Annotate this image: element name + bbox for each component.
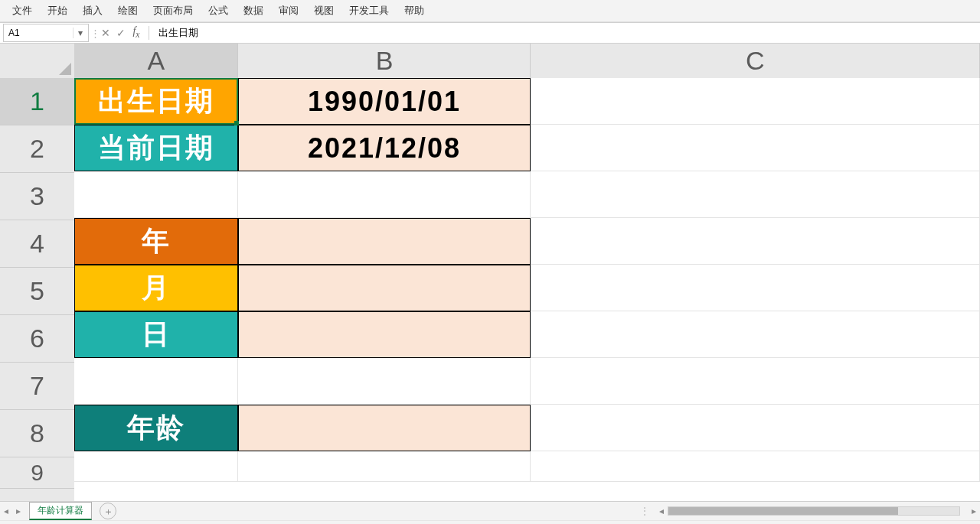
sheet-tab-bar: ◂ ▸ 年龄计算器 ＋ ⋮ ◂ ▸ — [0, 501, 980, 520]
hscroll-track[interactable] — [668, 506, 960, 516]
col-header-A[interactable]: A — [74, 44, 238, 78]
row-header-7[interactable]: 7 — [0, 363, 74, 410]
cell-B8[interactable] — [238, 405, 531, 451]
row-headers: 1 2 3 4 5 6 7 8 9 — [0, 78, 75, 501]
menu-review[interactable]: 审阅 — [271, 2, 306, 20]
menubar: 文件 开始 插入 绘图 页面布局 公式 数据 审阅 视图 开发工具 帮助 — [0, 0, 980, 22]
cell-B2[interactable]: 2021/12/08 — [238, 125, 531, 171]
menu-home[interactable]: 开始 — [40, 2, 75, 20]
cell-A2[interactable]: 当前日期 — [74, 125, 238, 171]
menu-insert[interactable]: 插入 — [75, 2, 110, 20]
cell-B6[interactable] — [238, 311, 531, 358]
cell-C3[interactable] — [531, 171, 980, 218]
row-header-3[interactable]: 3 — [0, 173, 74, 220]
cell-C2[interactable] — [531, 125, 980, 171]
add-sheet-button[interactable]: ＋ — [100, 503, 116, 519]
fx-icon[interactable]: fx — [129, 24, 144, 42]
cell-A6[interactable]: 日 — [74, 311, 238, 358]
status-strip — [0, 520, 980, 524]
name-box-input[interactable] — [4, 28, 73, 38]
cell-B3[interactable] — [238, 171, 531, 218]
cell-A1[interactable]: 出生日期 — [74, 78, 238, 125]
cell-A3[interactable] — [74, 171, 238, 218]
row-header-8[interactable]: 8 — [0, 410, 74, 457]
cell-B1[interactable]: 1990/01/01 — [238, 78, 531, 125]
menu-pagelayout[interactable]: 页面布局 — [145, 2, 201, 20]
cells: 出生日期 1990/01/01 当前日期 2021/12/08 年 月 — [74, 78, 980, 501]
hscroll-thumb[interactable] — [668, 507, 898, 515]
spreadsheet-grid: A B C 1 2 3 4 5 6 7 8 9 出生日期 1990/01/01 … — [0, 44, 980, 501]
cell-A7[interactable] — [74, 358, 238, 405]
formula-bar: ▾ ⋮ ✕ ✓ fx — [0, 22, 980, 44]
divider — [149, 26, 149, 40]
row-header-1[interactable]: 1 — [0, 78, 74, 125]
cell-C5[interactable] — [531, 265, 980, 311]
hscroll-left-icon[interactable]: ◂ — [655, 506, 668, 516]
cell-A4[interactable]: 年 — [74, 218, 238, 265]
col-header-C[interactable]: C — [531, 44, 980, 78]
hscroll-right-icon[interactable]: ▸ — [968, 506, 980, 516]
cell-A5[interactable]: 月 — [74, 265, 238, 311]
row-header-5[interactable]: 5 — [0, 268, 74, 315]
cell-B5[interactable] — [238, 265, 531, 311]
cell-C1[interactable] — [531, 78, 980, 125]
cell-B4[interactable] — [238, 218, 531, 265]
cancel-icon[interactable]: ✕ — [98, 26, 113, 40]
cell-C9[interactable] — [531, 451, 980, 482]
confirm-icon[interactable]: ✓ — [113, 26, 129, 40]
row-header-9[interactable]: 9 — [0, 457, 74, 489]
menu-formulas[interactable]: 公式 — [201, 2, 236, 20]
separator: ⋮ — [89, 28, 98, 39]
name-box[interactable]: ▾ — [3, 24, 89, 42]
col-header-B[interactable]: B — [238, 44, 531, 78]
sheet-nav-next-icon[interactable]: ▸ — [12, 506, 24, 516]
cell-C6[interactable] — [531, 311, 980, 358]
cell-A8[interactable]: 年龄 — [74, 405, 238, 451]
menu-devtools[interactable]: 开发工具 — [341, 2, 397, 20]
menu-draw[interactable]: 绘图 — [110, 2, 145, 20]
formula-input[interactable] — [154, 24, 980, 41]
select-all-corner[interactable] — [0, 44, 75, 79]
resize-grip-icon[interactable]: ⋮ — [635, 506, 655, 516]
menu-data[interactable]: 数据 — [236, 2, 271, 20]
cell-B9[interactable] — [238, 451, 531, 482]
menu-view[interactable]: 视图 — [306, 2, 341, 20]
cell-C8[interactable] — [531, 405, 980, 451]
menu-file[interactable]: 文件 — [5, 2, 40, 20]
name-box-dropdown-icon[interactable]: ▾ — [73, 28, 87, 38]
cell-B7[interactable] — [238, 358, 531, 405]
row-header-6[interactable]: 6 — [0, 315, 74, 363]
sheet-tab-active[interactable]: 年龄计算器 — [29, 502, 92, 520]
cell-C4[interactable] — [531, 218, 980, 265]
sheet-nav-prev-icon[interactable]: ◂ — [0, 506, 12, 516]
menu-help[interactable]: 帮助 — [397, 2, 432, 20]
row-header-4[interactable]: 4 — [0, 220, 74, 268]
column-headers: A B C — [74, 44, 980, 79]
row-header-2[interactable]: 2 — [0, 125, 74, 173]
cell-C7[interactable] — [531, 358, 980, 405]
cell-A9[interactable] — [74, 451, 238, 482]
